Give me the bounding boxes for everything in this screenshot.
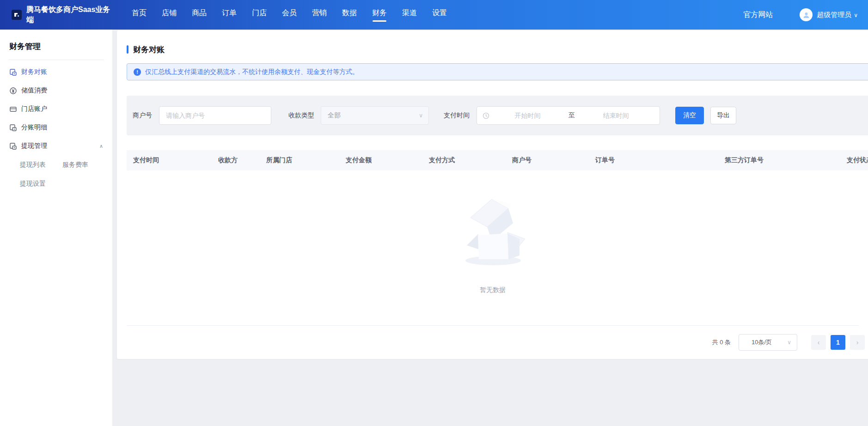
title-accent-bar	[127, 45, 128, 54]
empty-text: 暂无数据	[480, 286, 506, 294]
chevron-right-icon: ›	[856, 339, 859, 346]
brand-title: 腾马餐饮多商户Saas业务端	[26, 5, 112, 24]
chevron-left-icon: ‹	[818, 339, 820, 346]
col-pay-method: 支付方式	[422, 150, 506, 170]
payment-type-value: 全部	[328, 111, 419, 120]
sidebar-title: 财务管理	[9, 41, 112, 52]
info-icon: !	[134, 68, 141, 76]
card-footer: 共 0 条 10条/页 ∨ ‹ 1 › 前往 页	[127, 326, 868, 359]
nav-shop[interactable]: 店铺	[162, 6, 177, 23]
payment-type-label: 收款类型	[288, 111, 314, 120]
merchant-id-label: 商户号	[133, 111, 152, 120]
range-separator: 至	[566, 111, 578, 120]
header-right: 官方网站 超级管理员∨	[743, 8, 858, 21]
notice-text: 仅汇总线上支付渠道的交易流水，不统计使用余额支付、现金支付等方式。	[145, 68, 359, 76]
start-time-input[interactable]	[489, 112, 566, 119]
yen-circle-icon	[9, 87, 17, 95]
sidebar-item-label: 财务对账	[21, 68, 47, 76]
sidebar-subitem-service-rate[interactable]: 服务费率	[62, 155, 105, 174]
submenu-row: 提现设置	[0, 174, 112, 193]
person-icon	[802, 11, 810, 19]
ledger-icon	[9, 124, 17, 132]
nav-settings[interactable]: 设置	[432, 6, 447, 23]
col-store: 所属门店	[260, 150, 339, 170]
brand: 腾马餐饮多商户Saas业务端	[12, 5, 112, 24]
sidebar-item-label: 分账明细	[21, 123, 47, 132]
table-empty-area: 暂无数据	[127, 170, 859, 326]
chevron-up-icon[interactable]: ∧	[99, 143, 103, 149]
chevron-down-icon: ∨	[419, 112, 423, 119]
sidebar-item-withdraw-management[interactable]: 提现管理 ∧	[0, 137, 112, 155]
page-size-value: 10条/页	[752, 338, 787, 347]
brand-logo-icon	[12, 10, 22, 20]
total-count-label: 共 0 条	[712, 338, 731, 347]
prev-page-button[interactable]: ‹	[811, 335, 826, 350]
app-header: 腾马餐饮多商户Saas业务端 首页 店铺 商品 订单 门店 会员 营销 数据 财…	[0, 0, 868, 30]
sidebar-item-label: 门店账户	[21, 105, 47, 113]
export-button[interactable]: 导出	[710, 107, 736, 124]
page-size-select[interactable]: 10条/页 ∨	[739, 334, 797, 351]
nav-marketing[interactable]: 营销	[312, 6, 327, 23]
sidebar-item-label: 储值消费	[21, 86, 47, 95]
main-content: 财务对账 ! 仅汇总线上支付渠道的交易流水，不统计使用余额支付、现金支付等方式。…	[112, 30, 868, 426]
user-name-label: 超级管理员	[817, 11, 851, 18]
col-order-id: 订单号	[589, 150, 718, 170]
col-amount: 支付金额	[339, 150, 422, 170]
col-merchant-id: 商户号	[506, 150, 589, 170]
sidebar-item-reconciliation[interactable]: 财务对账	[0, 63, 112, 81]
nav-home[interactable]: 首页	[132, 6, 147, 23]
empty-box-illustration	[455, 194, 531, 268]
page-title: 财务对账	[127, 44, 868, 55]
official-site-link[interactable]: 官方网站	[743, 10, 773, 20]
ledger-icon	[9, 68, 17, 76]
payment-type-select[interactable]: 全部 ∨	[321, 106, 429, 125]
page-title-text: 财务对账	[133, 44, 165, 55]
clock-icon	[483, 112, 489, 119]
sidebar-item-split-detail[interactable]: 分账明细	[0, 118, 112, 137]
col-payee: 收款方	[212, 150, 260, 170]
sidebar-item-stored-value[interactable]: 储值消费	[0, 81, 112, 100]
nav-channels[interactable]: 渠道	[402, 6, 417, 23]
wallet-icon	[9, 105, 17, 113]
nav-stores[interactable]: 门店	[252, 6, 267, 23]
reconciliation-table: 支付时间 收款方 所属门店 支付金额 支付方式 商户号 订单号 第三方订单号 支…	[127, 150, 868, 326]
nav-members[interactable]: 会员	[282, 6, 297, 23]
sidebar-item-label: 提现管理	[21, 142, 47, 150]
sidebar-item-store-account[interactable]: 门店账户	[0, 100, 112, 118]
nav-goods[interactable]: 商品	[192, 6, 207, 23]
top-nav: 首页 店铺 商品 订单 门店 会员 营销 数据 财务 渠道 设置	[132, 6, 447, 23]
ledger-icon	[9, 142, 17, 150]
sidebar-subitem-withdraw-list[interactable]: 提现列表	[20, 155, 62, 174]
content-card: 财务对账 ! 仅汇总线上支付渠道的交易流水，不统计使用余额支付、现金支付等方式。…	[117, 30, 868, 359]
col-third-party-order-id: 第三方订单号	[718, 150, 840, 170]
user-avatar[interactable]	[800, 8, 813, 21]
sidebar-divider	[8, 60, 104, 60]
submenu-row: 提现列表 服务费率	[0, 155, 112, 174]
pay-time-label: 支付时间	[444, 111, 470, 120]
nav-orders[interactable]: 订单	[222, 6, 237, 23]
merchant-id-input[interactable]	[159, 106, 271, 125]
pay-time-range-picker[interactable]: 至	[477, 106, 660, 125]
sidebar: 财务管理 财务对账 储值消费	[0, 30, 112, 426]
chevron-down-icon: ∨	[787, 339, 791, 346]
end-time-input[interactable]	[578, 112, 654, 119]
pagination: 共 0 条 10条/页 ∨ ‹ 1 › 前往 页	[712, 334, 868, 351]
filter-panel: 商户号 收款类型 全部 ∨ 支付时间 至	[127, 96, 868, 135]
chevron-down-icon: ∨	[854, 12, 858, 18]
sidebar-subitem-withdraw-settings[interactable]: 提现设置	[20, 174, 62, 193]
nav-data[interactable]: 数据	[342, 6, 357, 23]
nav-finance[interactable]: 财务	[372, 6, 387, 23]
col-pay-status: 支付状态	[840, 150, 868, 170]
clear-button[interactable]: 清空	[675, 107, 704, 124]
page-number-button[interactable]: 1	[831, 335, 845, 350]
table-header-row: 支付时间 收款方 所属门店 支付金额 支付方式 商户号 订单号 第三方订单号 支…	[127, 150, 868, 170]
user-menu[interactable]: 超级管理员∨	[817, 11, 858, 19]
next-page-button[interactable]: ›	[850, 335, 865, 350]
notice-banner: ! 仅汇总线上支付渠道的交易流水，不统计使用余额支付、现金支付等方式。	[127, 63, 868, 80]
col-pay-time: 支付时间	[127, 150, 212, 170]
